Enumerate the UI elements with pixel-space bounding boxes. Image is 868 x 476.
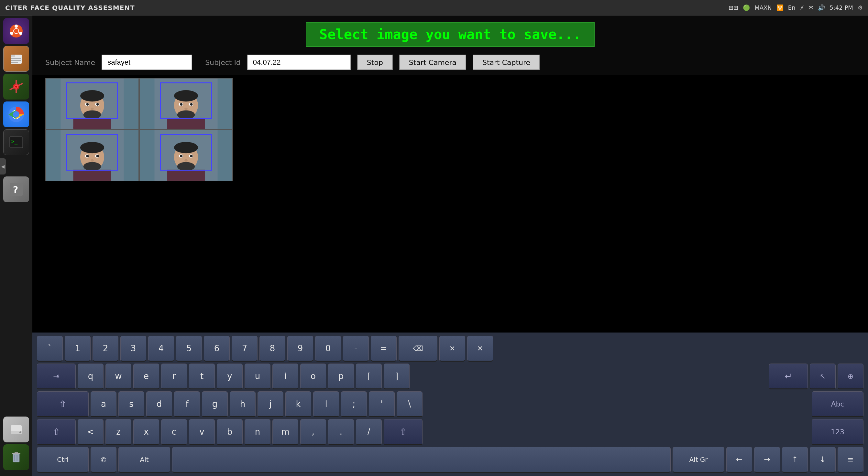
key-down-arrow[interactable]: ↓	[810, 447, 836, 473]
sidebar-item-help[interactable]: ?	[3, 176, 29, 202]
key-s[interactable]: s	[118, 391, 144, 417]
sidebar-item-drive[interactable]	[3, 416, 29, 442]
key-c[interactable]: c	[161, 419, 187, 445]
key-alt[interactable]: Alt	[118, 447, 170, 473]
key-right-arrow[interactable]: →	[754, 447, 780, 473]
key-z[interactable]: z	[105, 419, 131, 445]
key-period[interactable]: .	[328, 419, 354, 445]
key-x[interactable]: x	[133, 419, 159, 445]
key-space[interactable]	[172, 447, 671, 473]
key-i[interactable]: i	[272, 364, 298, 389]
sidebar-item-chrome[interactable]	[3, 101, 29, 127]
key-m[interactable]: m	[272, 419, 298, 445]
key-o[interactable]: o	[300, 364, 326, 389]
key-p[interactable]: p	[328, 364, 354, 389]
key-4[interactable]: 4	[148, 336, 174, 362]
key-j[interactable]: j	[257, 391, 283, 417]
key-5[interactable]: 5	[176, 336, 202, 362]
stop-button[interactable]: Stop	[357, 55, 393, 70]
key-slash[interactable]: /	[356, 419, 382, 445]
key-k[interactable]: k	[285, 391, 311, 417]
key-b[interactable]: b	[217, 419, 243, 445]
svg-rect-70	[167, 170, 205, 181]
key-e[interactable]: e	[133, 364, 159, 389]
face-detection-box-1	[66, 82, 118, 118]
key-u[interactable]: u	[245, 364, 271, 389]
sidebar-item-settings[interactable]	[3, 74, 29, 100]
key-t[interactable]: t	[189, 364, 215, 389]
clock[interactable]: 5:42 PM	[830, 4, 853, 11]
key-left-arrow[interactable]: ←	[726, 447, 752, 473]
bluetooth-icon[interactable]: ⚡	[800, 4, 804, 11]
volume-icon[interactable]: 🔊	[818, 4, 825, 11]
key-shift-left2[interactable]: ⇧	[37, 419, 76, 445]
keyboard-row-5: Ctrl © Alt Alt Gr ← → ↑ ↓ ≡	[37, 447, 864, 473]
key-rbracket[interactable]: ]	[384, 364, 410, 389]
start-capture-button[interactable]: Start Capture	[473, 55, 540, 70]
key-g[interactable]: g	[202, 391, 228, 417]
sidebar-item-ubuntu[interactable]	[3, 18, 29, 44]
key-l[interactable]: l	[313, 391, 339, 417]
key-delete-x[interactable]: ✕	[439, 336, 465, 362]
sidebar-item-files[interactable]	[3, 46, 29, 72]
key-backtick[interactable]: `	[37, 336, 63, 362]
key-shift-left[interactable]: ⇧	[37, 391, 89, 417]
key-d[interactable]: d	[146, 391, 172, 417]
key-w[interactable]: w	[105, 364, 131, 389]
grid-icon[interactable]: ⊞⊞	[728, 4, 738, 11]
key-altgr[interactable]: Alt Gr	[673, 447, 724, 473]
image-cell-2[interactable]	[140, 78, 232, 129]
key-tab[interactable]: ⇥	[37, 364, 76, 389]
image-cell-3[interactable]	[46, 130, 138, 181]
key-ctrl[interactable]: Ctrl	[37, 447, 89, 473]
mail-icon[interactable]: ✉	[808, 4, 813, 11]
key-shift-right[interactable]: ⇧	[384, 419, 423, 445]
key-lt[interactable]: <	[78, 419, 103, 445]
key-y[interactable]: y	[217, 364, 243, 389]
key-comma[interactable]: ,	[300, 419, 326, 445]
key-3[interactable]: 3	[120, 336, 146, 362]
key-menu[interactable]: ≡	[838, 447, 864, 473]
key-123[interactable]: 123	[812, 419, 864, 445]
key-a[interactable]: a	[91, 391, 117, 417]
start-camera-button[interactable]: Start Camera	[399, 55, 466, 70]
key-1[interactable]: 1	[65, 336, 91, 362]
key-circle[interactable]: ©	[91, 447, 117, 473]
key-lbracket[interactable]: [	[356, 364, 382, 389]
power-icon[interactable]: ⚙	[858, 4, 863, 11]
sidebar-item-trash[interactable]	[3, 444, 29, 470]
key-v[interactable]: v	[189, 419, 215, 445]
key-f[interactable]: f	[174, 391, 200, 417]
key-0[interactable]: 0	[315, 336, 341, 362]
key-abc[interactable]: Abc	[812, 391, 864, 417]
key-9[interactable]: 9	[287, 336, 313, 362]
key-8[interactable]: 8	[259, 336, 285, 362]
key-close[interactable]: ✕	[467, 336, 493, 362]
key-minus[interactable]: -	[343, 336, 369, 362]
key-n[interactable]: n	[245, 419, 271, 445]
key-equals[interactable]: =	[371, 336, 397, 362]
sidebar-collapse-button[interactable]: ◀	[0, 158, 6, 174]
key-backslash[interactable]: \	[397, 391, 423, 417]
brand-label: MAXN	[754, 4, 772, 11]
key-r[interactable]: r	[161, 364, 187, 389]
key-up-arrow[interactable]: ↑	[782, 447, 808, 473]
key-apostrophe[interactable]: '	[369, 391, 395, 417]
key-backspace[interactable]: ⌫	[399, 336, 437, 362]
key-enter[interactable]: ↵	[769, 364, 808, 389]
subject-name-input[interactable]	[101, 55, 192, 70]
key-h[interactable]: h	[230, 391, 255, 417]
sidebar-item-terminal[interactable]: >_	[3, 129, 29, 155]
key-6[interactable]: 6	[204, 336, 230, 362]
image-cell-1[interactable]	[46, 78, 138, 129]
key-semicolon[interactable]: ;	[341, 391, 367, 417]
lang-indicator[interactable]: En	[788, 4, 796, 11]
key-7[interactable]: 7	[231, 336, 257, 362]
key-2[interactable]: 2	[93, 336, 118, 362]
key-cursor-arrow[interactable]: ↖	[810, 364, 836, 389]
wifi-icon[interactable]: 🛜	[776, 4, 783, 11]
subject-id-input[interactable]	[247, 55, 351, 70]
key-q[interactable]: q	[78, 364, 103, 389]
image-cell-4[interactable]	[140, 130, 232, 181]
key-move[interactable]: ⊕	[838, 364, 864, 389]
